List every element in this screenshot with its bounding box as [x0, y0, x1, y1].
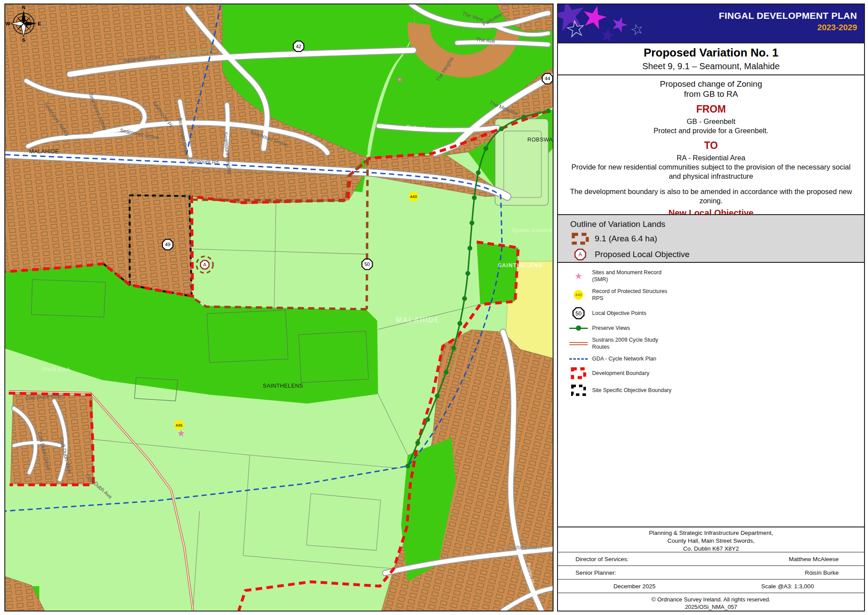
legend: ★ Sites and Monument Record(SMR) 440 Rec…	[558, 263, 864, 421]
variation-key-label: 9.1 (Area 6.4 ha)	[595, 234, 657, 244]
zoning-from-heading: FROM	[567, 103, 855, 115]
preserve-views-dot	[467, 246, 472, 251]
director-value: Matthew McAleese	[707, 556, 864, 562]
osi-watermark-text: © Tailte Éireann	[505, 544, 542, 551]
zoning-from-desc: Protect and provide for a Greenbelt.	[567, 126, 855, 135]
map-canvas: N W E S Seamount RiseSeamount AbbeySeamo…	[4, 4, 554, 611]
preserve-views-dot	[415, 440, 420, 445]
department-address: Planning & Strategic Infrastructure Depa…	[558, 527, 864, 552]
preserve-views-dot	[469, 220, 474, 225]
preserve-views-dot	[444, 370, 448, 375]
plan-banner: ★ ★ ☆ ★ ☆ ★ FINGAL DEVELOPMENT PLAN 2023…	[558, 4, 864, 43]
panel-spacer	[558, 421, 864, 527]
preserve-views-dot	[483, 146, 488, 151]
objective-key-label: Proposed Local Objective	[595, 250, 690, 259]
director-label: Director of Services:	[558, 556, 707, 562]
legend-row-preserve-views: Preserve Views	[568, 325, 864, 332]
zoning-change-block: Proposed change of Zoning from GB to RA …	[558, 75, 864, 214]
gda-cycle-icon	[568, 358, 589, 360]
banner-star-icon: ☆	[628, 21, 645, 39]
legend-row-sustrans: Sustrans 2009 Cycle StudyRoutes	[568, 336, 864, 350]
preserve-views-dot	[462, 296, 467, 301]
preserve-views-icon	[568, 325, 589, 331]
coill-dubh-estate	[11, 394, 93, 484]
date-scale-row: December 2025 Scale @A3: 1:3,000	[558, 580, 864, 593]
legend-row-local-objective: 50 Local Objective Points	[568, 307, 864, 320]
legend-row-rps: 440 Record of Protected StructuresRPS	[568, 288, 864, 302]
preserve-views-dot	[472, 195, 477, 200]
sustrans-route-icon	[568, 342, 589, 345]
preserve-views-dot	[458, 321, 462, 326]
legend-row-gda: GDA - Cycle Network Plan	[568, 355, 864, 362]
marker-number: 49	[165, 242, 170, 247]
planner-row: Senior Planner: Róisín Burke	[558, 566, 864, 580]
zoning-intro-line1: Proposed change of Zoning	[567, 79, 855, 89]
area-label: ROBSWALLS	[527, 137, 553, 143]
objective-key-row: A Proposed Local Objective	[570, 248, 864, 261]
plan-years: 2023-2029	[719, 23, 857, 32]
variation-title-block: Proposed Variation No. 1 Sheet 9, 9.1 – …	[558, 43, 864, 75]
rps-number: 445	[176, 423, 183, 428]
preserve-views-dot	[425, 417, 430, 422]
copyright-block: © Ordnance Survey Ireland. All rights re…	[558, 593, 864, 611]
svg-text:50: 50	[575, 311, 582, 317]
area-label: MALAHIDE	[29, 148, 59, 155]
area-label: SAINTHELENS	[263, 383, 303, 389]
zoning-to-desc: Provide for new residential communities …	[567, 163, 855, 181]
banner-star-icon: ☆	[563, 15, 587, 42]
plan-sheet-page: N W E S Seamount RiseSeamount AbbeySeamo…	[0, 0, 868, 615]
preserve-views-dot	[521, 115, 526, 120]
director-row: Director of Services: Matthew McAleese	[558, 552, 864, 566]
preserve-views-dot	[435, 393, 440, 398]
planner-label: Senior Planner:	[558, 569, 707, 576]
zoning-intro-line2: from GB to RA	[567, 89, 855, 99]
preserve-views-dot	[466, 271, 470, 276]
compass-n: N	[22, 5, 25, 10]
zoning-to-heading: TO	[567, 140, 855, 152]
parcel-49	[130, 195, 192, 296]
preserve-views-dot	[476, 170, 481, 175]
outline-variation-box: Outline of Variation Lands 9.1 (Area 6.4…	[558, 214, 864, 263]
marker-letter: A	[203, 262, 207, 267]
info-panel: ★ ★ ☆ ★ ☆ ★ FINGAL DEVELOPMENT PLAN 2023…	[557, 4, 865, 611]
variation-key-row: 9.1 (Area 6.4 ha)	[570, 233, 864, 245]
area-label: Pitch GAA	[42, 366, 71, 373]
marker-number: 42	[296, 44, 301, 49]
sheet-scale: Scale @A3: 1:3,000	[711, 583, 864, 590]
legend-row-smr: ★ Sites and Monument Record(SMR)	[568, 269, 864, 283]
compass-s: S	[22, 37, 25, 42]
preserve-views-dot	[451, 346, 456, 350]
marker-number: 44	[545, 76, 550, 81]
zoning-map: N W E S Seamount RiseSeamount AbbeySeamo…	[5, 4, 553, 611]
compass-w: W	[6, 21, 11, 26]
preserve-views-dot	[406, 463, 410, 468]
site-specific-boundary-icon	[568, 384, 589, 396]
compass-e: E	[38, 21, 41, 26]
area-label: Sports Ground	[512, 227, 551, 233]
smr-star-icon: ★	[568, 271, 589, 281]
rps-number: 440	[410, 194, 417, 199]
variation-subtitle: Sheet 9, 9.1 – Seamount, Malahide	[558, 61, 864, 71]
outline-box-title: Outline of Variation Lands	[570, 219, 864, 229]
variation-title: Proposed Variation No. 1	[558, 46, 864, 60]
osi-watermark: © Tailte Éireann	[505, 544, 542, 551]
boundary-note: The development boundary is also to be a…	[567, 187, 855, 205]
zoning-from-code: GB - Greenbelt	[567, 117, 855, 126]
objective-octagon-icon: 50	[568, 307, 589, 320]
svg-text:A: A	[579, 251, 582, 258]
area-label: MALAHIDE	[396, 316, 440, 324]
variation-dash-icon	[570, 233, 590, 245]
objective-octagon-icon: A	[570, 248, 590, 261]
development-boundary-icon	[568, 367, 589, 379]
area-label: SAINTHELENS	[498, 262, 542, 269]
banner-star-icon: ★	[598, 25, 616, 43]
legend-row-site-specific: Site Specific Objective Boundary	[568, 384, 864, 396]
smr-star-marker: ★	[396, 75, 403, 84]
zoning-to-code: RA - Residential Area	[567, 153, 855, 163]
smr-star-marker: ★	[178, 429, 184, 438]
marker-number: 50	[364, 262, 370, 267]
sheet-date: December 2025	[558, 583, 711, 590]
preserve-views-dot	[499, 127, 504, 131]
legend-row-development-boundary: Development Boundary	[568, 367, 864, 379]
rps-dot-icon: 440	[568, 290, 589, 300]
